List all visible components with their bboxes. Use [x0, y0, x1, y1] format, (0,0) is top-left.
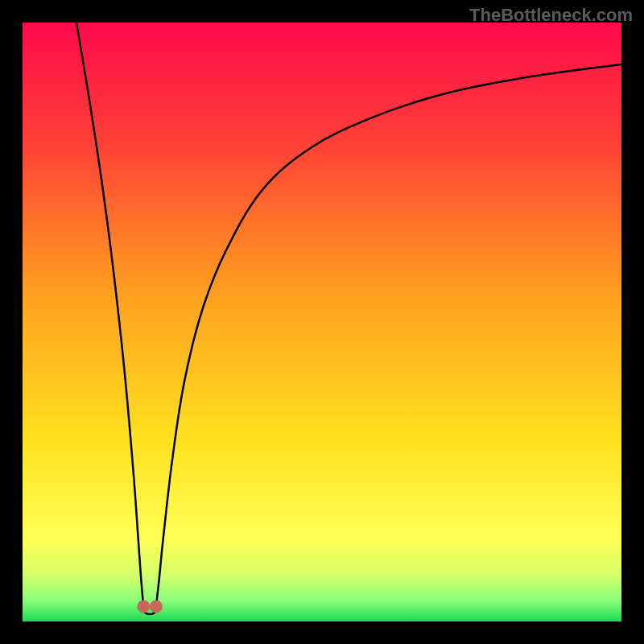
- gradient-background: [23, 23, 621, 621]
- valley-marker-left: [137, 600, 150, 613]
- plot-area: [23, 23, 621, 621]
- valley-marker-right: [150, 600, 163, 613]
- chart-container: TheBottleneck.com: [0, 0, 644, 644]
- bottleneck-curve-chart: [23, 23, 621, 621]
